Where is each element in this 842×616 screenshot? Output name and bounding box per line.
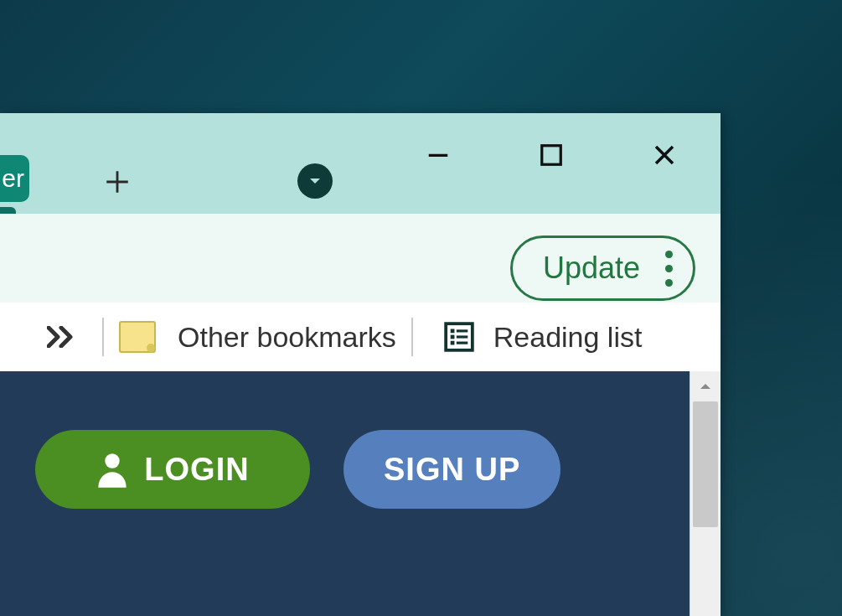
update-button[interactable]: Update <box>510 236 695 301</box>
svg-rect-8 <box>457 342 467 344</box>
maximize-button[interactable] <box>494 130 607 180</box>
caret-up-icon <box>699 380 712 393</box>
more-vert-icon <box>665 251 673 287</box>
svg-rect-6 <box>457 335 467 338</box>
signup-button[interactable]: SIGN UP <box>344 430 560 509</box>
folder-icon <box>119 321 156 353</box>
svg-rect-3 <box>450 329 454 334</box>
tab-strip: er <box>0 113 721 214</box>
update-label: Update <box>543 251 640 286</box>
separator <box>411 318 413 356</box>
reading-list-label: Reading list <box>493 321 643 354</box>
other-bookmarks-label: Other bookmarks <box>178 321 396 354</box>
close-button[interactable] <box>607 130 721 180</box>
scrollbar-thumb[interactable] <box>693 401 718 527</box>
other-bookmarks-button[interactable]: Other bookmarks <box>119 321 396 354</box>
svg-rect-4 <box>457 329 467 332</box>
auth-buttons: LOGIN SIGN UP <box>35 430 560 509</box>
svg-point-9 <box>106 453 120 468</box>
browser-toolbar: Update <box>0 214 721 303</box>
login-label: LOGIN <box>144 452 249 488</box>
window-controls <box>381 130 721 180</box>
separator <box>102 318 104 356</box>
browser-window: er <box>0 113 721 616</box>
person-icon <box>96 451 129 488</box>
svg-rect-5 <box>450 335 454 339</box>
svg-rect-0 <box>428 154 447 157</box>
minimize-button[interactable] <box>381 130 494 180</box>
new-tab-button[interactable] <box>101 165 134 199</box>
svg-rect-1 <box>541 146 560 165</box>
vertical-scrollbar[interactable] <box>690 371 721 616</box>
chevron-down-icon <box>307 173 323 189</box>
login-button[interactable]: LOGIN <box>35 430 310 509</box>
scroll-up-button[interactable] <box>690 371 721 401</box>
plus-icon <box>103 168 132 196</box>
tab-title-fragment: er <box>2 164 24 193</box>
close-icon <box>652 142 677 168</box>
list-icon <box>443 321 475 353</box>
chevron-double-right-icon <box>47 326 77 348</box>
signup-label: SIGN UP <box>384 452 520 488</box>
search-tabs-button[interactable] <box>297 163 333 199</box>
svg-rect-7 <box>450 341 454 345</box>
bookmarks-overflow-button[interactable] <box>37 326 87 348</box>
page-content: LOGIN SIGN UP <box>0 371 721 616</box>
bookmarks-bar: Other bookmarks Reading list <box>0 303 721 371</box>
reading-list-button[interactable]: Reading list <box>443 321 643 354</box>
maximize-icon <box>539 142 564 168</box>
active-tab-fragment[interactable]: er <box>0 155 29 202</box>
minimize-icon <box>426 142 451 168</box>
